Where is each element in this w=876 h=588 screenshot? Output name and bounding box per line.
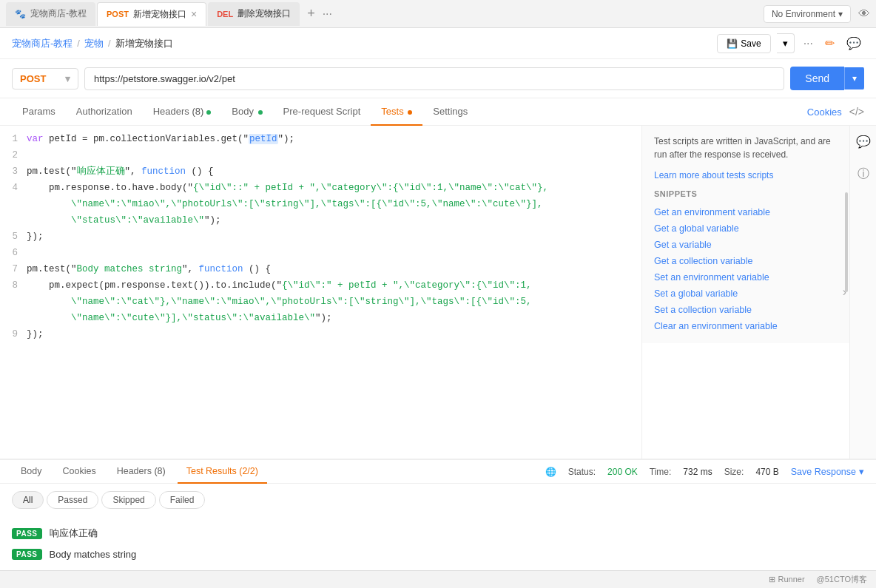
status-label: Status: — [568, 467, 596, 477]
comment-panel-icon[interactable]: 💬 — [853, 132, 874, 152]
scrollbar[interactable] — [845, 192, 848, 292]
runner-label[interactable]: ⊞ Runner — [769, 575, 804, 584]
test-result-item-2: PASS Body matches string — [12, 544, 864, 564]
bottom-tab-body[interactable]: Body — [12, 460, 51, 484]
bottom-tabs: Body Cookies Headers (8) Test Results (2… — [0, 460, 876, 484]
code-line-4: 4 pm.response.to.have.body("{\"id\"::" +… — [0, 180, 641, 197]
tab-params[interactable]: Params — [12, 98, 66, 126]
status-code: 200 OK — [607, 467, 638, 477]
save-response-label: Save Response — [791, 467, 856, 477]
test-label-1: 响应体正确 — [50, 527, 98, 540]
tab-shop-icon: 🐾 — [15, 9, 26, 19]
sidebar-learn-more-link[interactable]: Learn more about tests scripts — [654, 170, 838, 180]
code-line-9: 9 }); — [0, 327, 641, 343]
tab-del[interactable]: DEL 删除宠物接口 — [208, 2, 300, 26]
save-icon: 💾 — [727, 38, 738, 49]
url-bar: POST ▾ Send ▾ — [0, 59, 876, 98]
tab-add-button[interactable]: + — [301, 6, 321, 21]
snippet-get-collection[interactable]: Get a collection variable — [654, 253, 838, 269]
code-line-1: 1 var petId = pm.collectionVariables.get… — [0, 132, 641, 148]
code-line-2: 2 — [0, 148, 641, 164]
bottom-tab-test-results[interactable]: Test Results (2/2) — [178, 460, 267, 484]
method-chevron-icon: ▾ — [65, 73, 70, 84]
breadcrumb-sep-2: / — [108, 38, 111, 49]
more-options-button[interactable]: ··· — [801, 34, 816, 53]
bottom-panel: Body Cookies Headers (8) Test Results (2… — [0, 459, 876, 570]
send-dropdown-button[interactable]: ▾ — [844, 67, 864, 89]
code-line-4-cont2: \"status\":\"available\""); — [0, 213, 641, 229]
snippet-set-collection[interactable]: Set a collection variable — [654, 302, 838, 318]
snippet-clear-env[interactable]: Clear an environment variable — [654, 318, 838, 334]
tab-inactive[interactable]: 🐾 宠物商店-教程 — [6, 2, 95, 26]
tab-headers[interactable]: Headers (8) — [143, 98, 222, 126]
comment-icon[interactable]: 💬 — [843, 33, 864, 53]
tab-more-button[interactable]: ··· — [323, 7, 332, 21]
breadcrumb-part-2[interactable]: 宠物 — [84, 37, 104, 50]
snippet-set-env[interactable]: Set an environment variable — [654, 269, 838, 285]
code-line-7: 7 pm.test("Body matches string", functio… — [0, 262, 641, 278]
tab-del-label: 删除宠物接口 — [237, 7, 291, 20]
app-bottom-bar: ⊞ Runner @51CTO博客 — [0, 570, 876, 588]
tab-method-del: DEL — [217, 10, 233, 18]
save-button[interactable]: 💾 Save — [717, 34, 770, 53]
status-bar: 🌐 Status: 200 OK Time: 732 ms Size: 470 … — [545, 466, 864, 477]
tab-close-icon[interactable]: × — [191, 9, 197, 19]
edit-icon[interactable]: ✏ — [822, 33, 838, 53]
tab-authorization[interactable]: Authorization — [66, 98, 143, 126]
method-select[interactable]: POST ▾ — [12, 68, 78, 89]
send-button-group: Send ▾ — [790, 67, 864, 90]
breadcrumb-bar: 宠物商店-教程 / 宠物 / 新增宠物接口 💾 Save ▾ ··· ✏ 💬 — [0, 28, 876, 59]
save-dropdown-button[interactable]: ▾ — [777, 33, 795, 53]
tab-settings[interactable]: Settings — [422, 98, 478, 126]
chevron-down-icon: ▾ — [838, 9, 843, 19]
env-selector[interactable]: No Environment ▾ — [764, 5, 851, 23]
code-icon[interactable]: </> — [849, 106, 864, 118]
globe-icon: 🌐 — [545, 467, 556, 477]
sidebar: Test scripts are written in JavaScript, … — [642, 126, 849, 343]
cookies-button[interactable]: Cookies — [807, 107, 842, 118]
tab-active[interactable]: POST 新增宠物接口 × — [97, 2, 206, 26]
snippet-get-global[interactable]: Get a global variable — [654, 220, 838, 237]
filter-all-button[interactable]: All — [12, 491, 44, 509]
breadcrumb-current: 新增宠物接口 — [115, 37, 173, 50]
eye-icon[interactable]: 👁 — [858, 7, 870, 21]
tab-body[interactable]: Body — [221, 98, 272, 126]
bottom-tab-cookies[interactable]: Cookies — [54, 460, 105, 484]
time-label: Time: — [650, 467, 672, 477]
code-line-8-cont1: \"name\":\"cat\"},\"name\":\"miao\",\"ph… — [0, 294, 641, 311]
test-results-list: PASS 响应体正确 PASS Body matches string — [0, 516, 876, 570]
expand-icon[interactable]: › — [843, 285, 846, 299]
filter-passed-button[interactable]: Passed — [47, 491, 98, 509]
time-value: 732 ms — [683, 467, 712, 477]
breadcrumb-part-1[interactable]: 宠物商店-教程 — [12, 37, 73, 50]
watermark: @51CTO博客 — [817, 574, 867, 585]
save-response-button[interactable]: Save Response ▾ — [791, 466, 864, 477]
info-icon[interactable]: ⓘ — [855, 163, 872, 185]
tab-pre-request[interactable]: Pre-request Script — [273, 98, 371, 126]
snippets-title: SNIPPETS — [654, 189, 838, 198]
filter-row: All Passed Skipped Failed — [0, 484, 876, 516]
tab-method-post: POST — [107, 10, 129, 18]
url-input[interactable] — [84, 67, 784, 90]
pass-badge-2: PASS — [12, 549, 42, 560]
breadcrumb: 宠物商店-教程 / 宠物 / 新增宠物接口 — [12, 37, 173, 50]
filter-skipped-button[interactable]: Skipped — [101, 491, 155, 509]
size-label: Size: — [724, 467, 744, 477]
code-line-8-cont2: \"name\":\"cute\"}],\"status\":\"availab… — [0, 311, 641, 327]
test-label-2: Body matches string — [50, 549, 137, 560]
method-label: POST — [20, 73, 46, 84]
size-value: 470 B — [755, 467, 778, 477]
tab-tests[interactable]: Tests — [371, 98, 422, 126]
breadcrumb-sep-1: / — [77, 38, 80, 49]
code-line-5: 5 }); — [0, 229, 641, 246]
code-line-8: 8 pm.expect(pm.response.text()).to.inclu… — [0, 278, 641, 294]
bottom-tab-headers[interactable]: Headers (8) — [108, 460, 175, 484]
snippet-set-global[interactable]: Set a global variable — [654, 285, 838, 302]
send-button[interactable]: Send — [790, 67, 844, 90]
snippet-get-env[interactable]: Get an environment variable — [654, 204, 838, 220]
snippet-get-var[interactable]: Get a variable — [654, 237, 838, 253]
filter-failed-button[interactable]: Failed — [159, 491, 206, 509]
tab-bar: 🐾 宠物商店-教程 POST 新增宠物接口 × DEL 删除宠物接口 + ···… — [0, 0, 876, 28]
code-editor[interactable]: 1 var petId = pm.collectionVariables.get… — [0, 126, 642, 459]
main-content: 1 var petId = pm.collectionVariables.get… — [0, 126, 876, 459]
